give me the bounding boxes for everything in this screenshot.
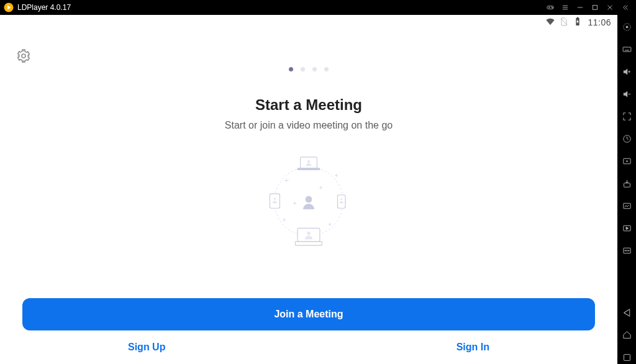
location-icon[interactable] xyxy=(620,20,634,34)
app-content: 11:06 Start a Meeting Start or join a vi… xyxy=(0,15,617,364)
wifi-icon xyxy=(545,17,555,29)
sign-in-link[interactable]: Sign In xyxy=(457,342,489,353)
page-dot xyxy=(289,67,293,71)
collapse-sidebar-button[interactable] xyxy=(617,0,632,15)
gamepad-icon[interactable] xyxy=(543,0,558,15)
volume-down-icon[interactable] xyxy=(620,87,634,101)
keyboard-icon[interactable] xyxy=(620,42,634,56)
record-icon[interactable] xyxy=(620,221,634,235)
android-recent-icon[interactable] xyxy=(620,350,634,364)
screenshot-icon[interactable] xyxy=(620,199,634,212)
android-back-icon[interactable] xyxy=(620,306,634,319)
menu-icon[interactable] xyxy=(558,0,573,15)
svg-rect-35 xyxy=(270,194,279,208)
settings-button[interactable] xyxy=(16,48,31,66)
meeting-illustration xyxy=(253,146,365,252)
page-indicator xyxy=(289,67,329,71)
page-dot xyxy=(301,67,305,71)
onboarding-heading: Start a Meeting xyxy=(255,96,362,114)
emulator-sidebar xyxy=(617,15,636,364)
no-sim-icon xyxy=(559,17,569,29)
svg-point-43 xyxy=(626,26,628,28)
svg-marker-54 xyxy=(623,91,627,97)
sign-up-link[interactable]: Sign Up xyxy=(128,342,165,353)
battery-charging-icon xyxy=(573,17,583,29)
sync-icon[interactable] xyxy=(620,132,634,145)
svg-rect-61 xyxy=(623,203,630,209)
svg-rect-60 xyxy=(624,183,630,186)
page-dot xyxy=(324,67,329,71)
volume-up-icon[interactable] xyxy=(620,65,634,78)
svg-point-66 xyxy=(626,250,627,250)
maximize-button[interactable] xyxy=(588,0,602,15)
close-button[interactable] xyxy=(602,0,617,15)
svg-point-31 xyxy=(306,196,312,203)
install-apk-icon[interactable] xyxy=(620,176,634,190)
join-meeting-button[interactable]: Join a Meeting xyxy=(22,298,595,330)
svg-point-5 xyxy=(552,7,553,8)
svg-rect-15 xyxy=(577,17,579,17)
titlebar: LDPlayer 4.0.17 xyxy=(0,0,636,15)
android-statusbar: 11:06 xyxy=(0,15,617,30)
svg-point-65 xyxy=(624,250,625,250)
svg-rect-40 xyxy=(296,242,322,245)
svg-point-4 xyxy=(552,7,552,7)
svg-rect-33 xyxy=(298,168,320,170)
onboarding-subheading: Start or join a video meeting on the go xyxy=(225,120,393,131)
window-title: LDPlayer 4.0.17 xyxy=(17,3,71,12)
svg-marker-51 xyxy=(623,68,627,75)
svg-point-34 xyxy=(307,160,310,163)
svg-point-41 xyxy=(307,232,310,235)
fullscreen-icon[interactable] xyxy=(620,109,634,123)
bottom-actions: Join a Meeting Sign Up Sign In xyxy=(0,288,617,364)
multi-instance-icon[interactable] xyxy=(620,154,634,168)
svg-point-38 xyxy=(340,198,342,200)
statusbar-clock: 11:06 xyxy=(588,17,611,27)
svg-point-36 xyxy=(274,198,276,200)
svg-rect-68 xyxy=(624,354,630,360)
minimize-button[interactable] xyxy=(573,0,588,15)
android-home-icon[interactable] xyxy=(620,328,634,342)
page-dot xyxy=(312,67,317,71)
svg-rect-44 xyxy=(623,47,631,51)
svg-point-67 xyxy=(628,250,629,250)
svg-point-17 xyxy=(22,54,25,58)
onboarding-panel: Start a Meeting Start or join a video me… xyxy=(0,30,617,288)
more-icon[interactable] xyxy=(620,243,634,257)
svg-marker-63 xyxy=(626,227,629,229)
svg-rect-10 xyxy=(593,6,597,10)
ldplayer-logo-icon xyxy=(4,2,14,12)
